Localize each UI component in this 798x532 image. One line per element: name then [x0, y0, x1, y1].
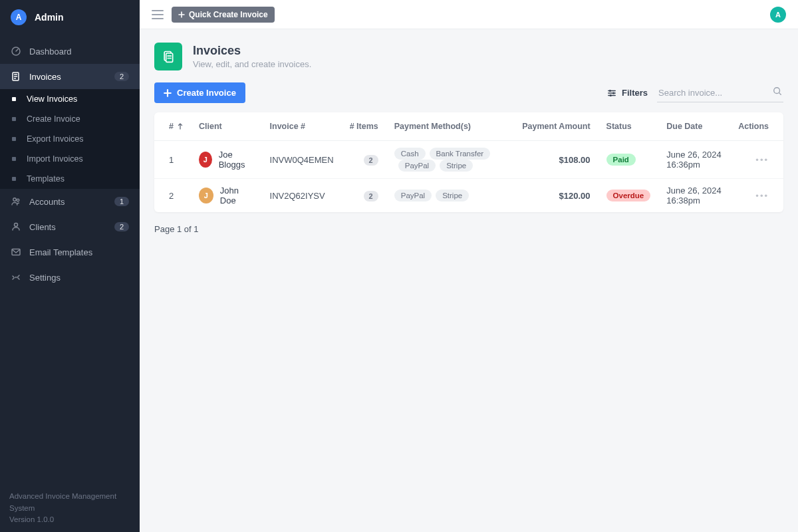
bullet-icon — [12, 97, 16, 101]
sidebar-item-label: Dashboard — [29, 47, 72, 57]
search-icon — [773, 86, 782, 96]
status-badge: Overdue — [606, 190, 651, 201]
clients-icon — [11, 221, 21, 232]
payment-methods: CashBank TransferPayPalStripe — [386, 141, 515, 179]
method-pill: PayPal — [398, 160, 436, 172]
sidebar-item-label: Accounts — [29, 197, 65, 207]
due-date: June 26, 2024 16:36pm — [658, 141, 730, 179]
svg-point-10 — [612, 92, 614, 94]
sidebar-item-email-templates[interactable]: Email Templates — [0, 239, 140, 265]
due-date: June 26, 2024 16:38pm — [658, 179, 730, 213]
payment-amount: $108.00 — [514, 141, 598, 179]
method-pill: Stripe — [440, 160, 473, 172]
method-pill: Cash — [394, 148, 426, 160]
payment-amount: $120.00 — [514, 179, 598, 213]
status-cell: Paid — [598, 141, 659, 179]
th-amount[interactable]: Payment Amount — [514, 112, 598, 141]
svg-point-3 — [17, 199, 19, 201]
svg-point-6 — [15, 277, 17, 278]
subnav-item-view-invoices[interactable]: View Invoices — [0, 89, 140, 109]
th-items[interactable]: # Items — [342, 112, 386, 141]
method-pill: Bank Transfer — [430, 148, 491, 160]
row-index: 2 — [154, 179, 191, 213]
page-header: Invoices View, edit, and create invoices… — [154, 43, 783, 70]
page-subtitle: View, edit, and create invoices. — [193, 59, 311, 69]
page-title: Invoices — [193, 44, 311, 58]
th-index[interactable]: # — [154, 112, 191, 141]
invoices-table-card: # Client Invoice # # Items Payment Metho… — [154, 112, 783, 212]
bullet-icon — [12, 137, 16, 141]
sort-asc-icon — [178, 123, 183, 130]
subnav-item-export-invoices[interactable]: Export Invoices — [0, 129, 140, 149]
footer-version: Version 1.0.0 — [9, 514, 130, 525]
invoices-icon — [11, 71, 21, 82]
subnav-item-label: Templates — [27, 174, 65, 184]
subnav-item-label: View Invoices — [27, 94, 77, 104]
subnav-item-import-invoices[interactable]: Import Invoices — [0, 149, 140, 169]
svg-point-11 — [610, 94, 612, 96]
method-pill: PayPal — [394, 190, 432, 201]
dashboard-icon — [11, 46, 21, 57]
row-index: 1 — [154, 141, 191, 179]
sidebar-count-badge: 1 — [114, 197, 129, 206]
quick-create-invoice-button[interactable]: Quick Create Invoice — [172, 7, 275, 23]
subnav-item-label: Import Invoices — [27, 154, 83, 164]
th-client[interactable]: Client — [191, 112, 262, 141]
row-actions-menu-icon[interactable]: ••• — [755, 155, 769, 165]
item-count: 2 — [342, 179, 386, 213]
invoices-page-icon — [154, 43, 182, 70]
pagination-status: Page 1 of 1 — [154, 224, 783, 234]
footer-app-name: Advanced Invoice Management System — [9, 491, 130, 514]
filters-button[interactable]: Filters — [607, 88, 648, 98]
svg-point-4 — [15, 223, 18, 227]
sidebar-count-badge: 2 — [114, 222, 129, 231]
email-templates-icon — [11, 247, 21, 257]
sidebar-item-label: Clients — [29, 222, 56, 232]
client-name: John Doe — [220, 186, 254, 205]
th-status[interactable]: Status — [598, 112, 659, 141]
subnav-item-label: Export Invoices — [27, 134, 83, 144]
sidebar-item-dashboard[interactable]: Dashboard — [0, 39, 140, 64]
payment-methods: PayPalStripe — [386, 179, 515, 213]
create-invoice-label: Create Invoice — [177, 88, 236, 98]
invoice-number: INVW0Q4EMEN — [262, 141, 342, 179]
accounts-icon — [11, 196, 21, 207]
client-cell: JJoe Bloggs — [191, 141, 262, 179]
svg-point-2 — [13, 198, 16, 201]
sidebar-item-label: Invoices — [29, 72, 61, 82]
th-due[interactable]: Due Date — [658, 112, 730, 141]
sidebar-item-invoices[interactable]: Invoices2 — [0, 64, 140, 89]
sidebar-brand[interactable]: A Admin — [0, 0, 140, 35]
settings-icon — [11, 272, 21, 283]
brand-badge: A — [11, 9, 27, 25]
bullet-icon — [12, 117, 16, 121]
table-row[interactable]: 2JJohn DoeINV2Q62IYSV2PayPalStripe$120.0… — [154, 179, 783, 213]
create-invoice-button[interactable]: Create Invoice — [154, 82, 245, 103]
svg-point-9 — [609, 89, 611, 91]
th-invoice-no[interactable]: Invoice # — [262, 112, 342, 141]
method-pill: Stripe — [436, 190, 469, 201]
filters-label: Filters — [622, 88, 648, 98]
quick-create-label: Quick Create Invoice — [189, 10, 268, 19]
th-methods[interactable]: Payment Method(s) — [386, 112, 515, 141]
search-input[interactable] — [657, 84, 783, 102]
sliders-icon — [607, 88, 616, 98]
subnav-item-templates[interactable]: Templates — [0, 169, 140, 189]
sidebar-item-settings[interactable]: Settings — [0, 265, 140, 290]
row-actions-menu-icon[interactable]: ••• — [755, 191, 769, 201]
table-row[interactable]: 1JJoe BloggsINVW0Q4EMEN2CashBank Transfe… — [154, 141, 783, 179]
bullet-icon — [12, 157, 16, 161]
plus-icon — [164, 89, 172, 97]
sidebar-item-clients[interactable]: Clients2 — [0, 214, 140, 239]
topbar: Quick Create Invoice A — [140, 0, 798, 29]
menu-toggle-icon[interactable] — [152, 10, 164, 19]
sidebar-item-accounts[interactable]: Accounts1 — [0, 189, 140, 214]
user-avatar[interactable]: A — [770, 7, 786, 23]
status-badge: Paid — [606, 154, 636, 166]
subnav-item-create-invoice[interactable]: Create Invoice — [0, 109, 140, 129]
status-cell: Overdue — [598, 179, 659, 213]
client-name: Joe Bloggs — [219, 150, 254, 170]
client-avatar: J — [199, 188, 213, 203]
sidebar: A Admin DashboardInvoices2View InvoicesC… — [0, 0, 140, 532]
th-actions: Actions — [730, 112, 783, 141]
